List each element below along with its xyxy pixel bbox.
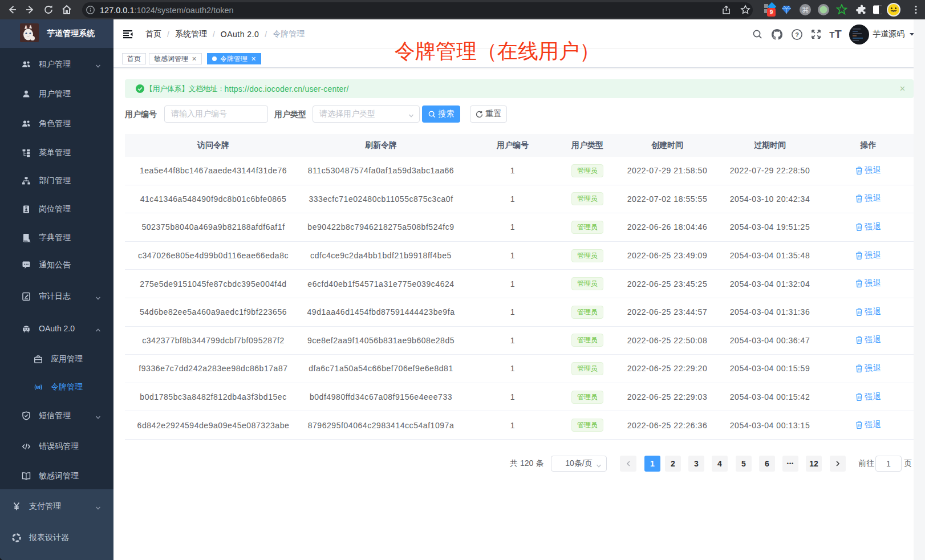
svg-text:A: A xyxy=(36,385,39,389)
svg-text:⌘: ⌘ xyxy=(802,6,809,14)
svg-text:?: ? xyxy=(795,31,799,38)
